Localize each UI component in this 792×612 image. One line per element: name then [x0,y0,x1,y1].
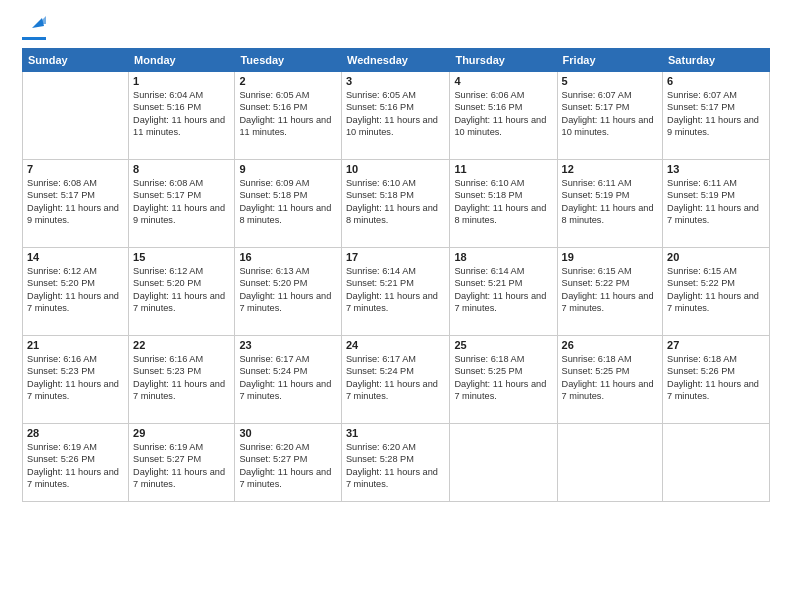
calendar-cell: 22Sunrise: 6:16 AMSunset: 5:23 PMDayligh… [129,336,235,424]
calendar-week-row: 14Sunrise: 6:12 AMSunset: 5:20 PMDayligh… [23,248,770,336]
calendar-cell: 26Sunrise: 6:18 AMSunset: 5:25 PMDayligh… [557,336,662,424]
day-info: Sunrise: 6:06 AMSunset: 5:16 PMDaylight:… [454,89,552,139]
col-header-monday: Monday [129,49,235,72]
day-info: Sunrise: 6:08 AMSunset: 5:17 PMDaylight:… [27,177,124,227]
day-number: 13 [667,163,765,175]
day-number: 25 [454,339,552,351]
day-number: 7 [27,163,124,175]
calendar-cell: 6Sunrise: 6:07 AMSunset: 5:17 PMDaylight… [663,72,770,160]
day-number: 8 [133,163,230,175]
calendar-cell [450,424,557,502]
day-info: Sunrise: 6:08 AMSunset: 5:17 PMDaylight:… [133,177,230,227]
day-info: Sunrise: 6:18 AMSunset: 5:25 PMDaylight:… [454,353,552,403]
calendar-cell: 30Sunrise: 6:20 AMSunset: 5:27 PMDayligh… [235,424,342,502]
day-info: Sunrise: 6:04 AMSunset: 5:16 PMDaylight:… [133,89,230,139]
header [22,18,770,40]
calendar-cell: 14Sunrise: 6:12 AMSunset: 5:20 PMDayligh… [23,248,129,336]
day-number: 24 [346,339,445,351]
calendar-week-row: 28Sunrise: 6:19 AMSunset: 5:26 PMDayligh… [23,424,770,502]
day-number: 17 [346,251,445,263]
day-number: 12 [562,163,658,175]
calendar-cell: 18Sunrise: 6:14 AMSunset: 5:21 PMDayligh… [450,248,557,336]
day-info: Sunrise: 6:20 AMSunset: 5:28 PMDaylight:… [346,441,445,491]
calendar-cell: 27Sunrise: 6:18 AMSunset: 5:26 PMDayligh… [663,336,770,424]
col-header-saturday: Saturday [663,49,770,72]
day-number: 27 [667,339,765,351]
page: SundayMondayTuesdayWednesdayThursdayFrid… [0,0,792,612]
day-info: Sunrise: 6:12 AMSunset: 5:20 PMDaylight:… [27,265,124,315]
day-info: Sunrise: 6:05 AMSunset: 5:16 PMDaylight:… [239,89,337,139]
day-number: 26 [562,339,658,351]
day-info: Sunrise: 6:07 AMSunset: 5:17 PMDaylight:… [562,89,658,139]
day-number: 19 [562,251,658,263]
day-info: Sunrise: 6:17 AMSunset: 5:24 PMDaylight:… [346,353,445,403]
day-info: Sunrise: 6:14 AMSunset: 5:21 PMDaylight:… [346,265,445,315]
day-info: Sunrise: 6:18 AMSunset: 5:25 PMDaylight:… [562,353,658,403]
day-info: Sunrise: 6:09 AMSunset: 5:18 PMDaylight:… [239,177,337,227]
day-info: Sunrise: 6:07 AMSunset: 5:17 PMDaylight:… [667,89,765,139]
day-number: 28 [27,427,124,439]
calendar-cell: 20Sunrise: 6:15 AMSunset: 5:22 PMDayligh… [663,248,770,336]
day-info: Sunrise: 6:15 AMSunset: 5:22 PMDaylight:… [667,265,765,315]
calendar-cell: 21Sunrise: 6:16 AMSunset: 5:23 PMDayligh… [23,336,129,424]
day-number: 20 [667,251,765,263]
day-info: Sunrise: 6:16 AMSunset: 5:23 PMDaylight:… [27,353,124,403]
calendar-cell: 4Sunrise: 6:06 AMSunset: 5:16 PMDaylight… [450,72,557,160]
day-number: 1 [133,75,230,87]
col-header-sunday: Sunday [23,49,129,72]
day-info: Sunrise: 6:05 AMSunset: 5:16 PMDaylight:… [346,89,445,139]
calendar-week-row: 7Sunrise: 6:08 AMSunset: 5:17 PMDaylight… [23,160,770,248]
day-info: Sunrise: 6:19 AMSunset: 5:27 PMDaylight:… [133,441,230,491]
day-info: Sunrise: 6:20 AMSunset: 5:27 PMDaylight:… [239,441,337,491]
day-number: 15 [133,251,230,263]
day-info: Sunrise: 6:15 AMSunset: 5:22 PMDaylight:… [562,265,658,315]
calendar-cell: 8Sunrise: 6:08 AMSunset: 5:17 PMDaylight… [129,160,235,248]
day-number: 31 [346,427,445,439]
calendar-cell: 15Sunrise: 6:12 AMSunset: 5:20 PMDayligh… [129,248,235,336]
calendar-cell: 31Sunrise: 6:20 AMSunset: 5:28 PMDayligh… [341,424,449,502]
day-info: Sunrise: 6:10 AMSunset: 5:18 PMDaylight:… [454,177,552,227]
day-info: Sunrise: 6:12 AMSunset: 5:20 PMDaylight:… [133,265,230,315]
calendar-table: SundayMondayTuesdayWednesdayThursdayFrid… [22,48,770,502]
day-number: 29 [133,427,230,439]
day-info: Sunrise: 6:16 AMSunset: 5:23 PMDaylight:… [133,353,230,403]
calendar-cell: 29Sunrise: 6:19 AMSunset: 5:27 PMDayligh… [129,424,235,502]
calendar-cell: 16Sunrise: 6:13 AMSunset: 5:20 PMDayligh… [235,248,342,336]
day-number: 6 [667,75,765,87]
calendar-cell: 28Sunrise: 6:19 AMSunset: 5:26 PMDayligh… [23,424,129,502]
calendar-cell: 12Sunrise: 6:11 AMSunset: 5:19 PMDayligh… [557,160,662,248]
day-number: 3 [346,75,445,87]
day-number: 22 [133,339,230,351]
day-info: Sunrise: 6:19 AMSunset: 5:26 PMDaylight:… [27,441,124,491]
svg-marker-1 [38,16,46,24]
day-number: 10 [346,163,445,175]
col-header-wednesday: Wednesday [341,49,449,72]
day-number: 21 [27,339,124,351]
calendar-cell: 7Sunrise: 6:08 AMSunset: 5:17 PMDaylight… [23,160,129,248]
calendar-week-row: 21Sunrise: 6:16 AMSunset: 5:23 PMDayligh… [23,336,770,424]
day-number: 16 [239,251,337,263]
calendar-cell [23,72,129,160]
day-number: 2 [239,75,337,87]
calendar-cell [663,424,770,502]
col-header-friday: Friday [557,49,662,72]
calendar-header-row: SundayMondayTuesdayWednesdayThursdayFrid… [23,49,770,72]
logo-bird-icon [24,14,46,36]
calendar-cell: 17Sunrise: 6:14 AMSunset: 5:21 PMDayligh… [341,248,449,336]
calendar-cell: 24Sunrise: 6:17 AMSunset: 5:24 PMDayligh… [341,336,449,424]
calendar-cell: 2Sunrise: 6:05 AMSunset: 5:16 PMDaylight… [235,72,342,160]
calendar-cell: 5Sunrise: 6:07 AMSunset: 5:17 PMDaylight… [557,72,662,160]
day-number: 30 [239,427,337,439]
col-header-tuesday: Tuesday [235,49,342,72]
day-info: Sunrise: 6:13 AMSunset: 5:20 PMDaylight:… [239,265,337,315]
calendar-cell: 19Sunrise: 6:15 AMSunset: 5:22 PMDayligh… [557,248,662,336]
day-info: Sunrise: 6:14 AMSunset: 5:21 PMDaylight:… [454,265,552,315]
calendar-cell: 23Sunrise: 6:17 AMSunset: 5:24 PMDayligh… [235,336,342,424]
calendar-cell: 1Sunrise: 6:04 AMSunset: 5:16 PMDaylight… [129,72,235,160]
day-number: 11 [454,163,552,175]
day-info: Sunrise: 6:10 AMSunset: 5:18 PMDaylight:… [346,177,445,227]
day-info: Sunrise: 6:18 AMSunset: 5:26 PMDaylight:… [667,353,765,403]
day-info: Sunrise: 6:11 AMSunset: 5:19 PMDaylight:… [667,177,765,227]
day-number: 9 [239,163,337,175]
day-number: 14 [27,251,124,263]
